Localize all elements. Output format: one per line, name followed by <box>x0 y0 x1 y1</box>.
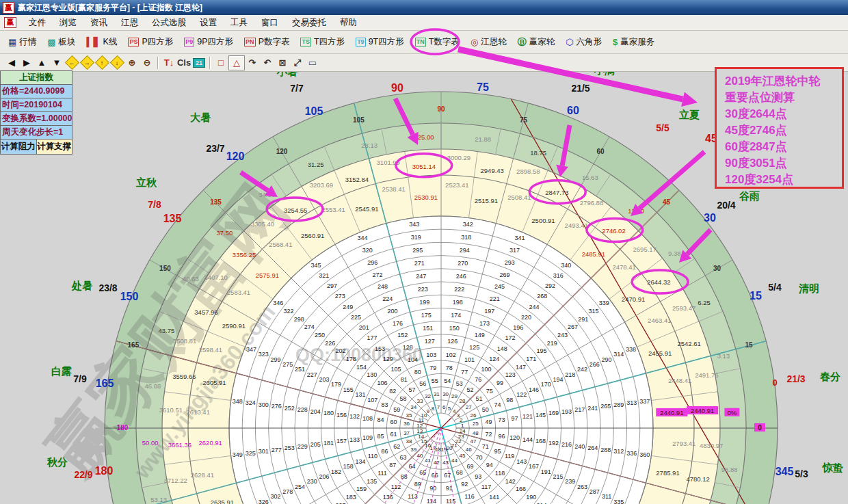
svg-text:346: 346 <box>273 300 283 306</box>
menu-item[interactable]: 浏览 <box>53 16 83 29</box>
menu-item[interactable]: 窗口 <box>254 16 285 29</box>
svg-text:117: 117 <box>481 483 491 490</box>
svg-text:263: 263 <box>577 483 587 490</box>
svg-text:93: 93 <box>475 473 481 480</box>
svg-text:2545.91: 2545.91 <box>355 205 378 213</box>
svg-text:28.13: 28.13 <box>361 142 377 149</box>
svg-text:343: 343 <box>409 221 419 228</box>
svg-text:103: 103 <box>426 352 436 358</box>
menu-item[interactable]: 帮助 <box>333 16 364 29</box>
rotate-cw-button[interactable]: ↷ <box>245 56 260 70</box>
svg-text:44: 44 <box>451 457 458 464</box>
shift-down-button[interactable]: ↓ <box>109 56 124 70</box>
svg-text:27: 27 <box>466 404 472 410</box>
svg-text:158: 158 <box>343 463 354 470</box>
menu-item[interactable]: 交易委托 <box>285 16 333 29</box>
screen-button[interactable]: ▭ <box>305 56 320 70</box>
down-button[interactable]: ▼ <box>49 56 64 70</box>
svg-text:248: 248 <box>377 283 388 290</box>
svg-text:101: 101 <box>464 356 475 363</box>
svg-text:2628.41: 2628.41 <box>191 471 214 479</box>
svg-text:226: 226 <box>325 340 335 347</box>
sectors-button[interactable]: ▩板块 <box>42 34 81 50</box>
svg-text:345: 345 <box>776 466 794 477</box>
square-tool-button[interactable]: □ <box>213 56 228 70</box>
menu-item[interactable]: 公式选股 <box>145 16 193 29</box>
svg-text:223: 223 <box>418 286 428 293</box>
svg-text:197: 197 <box>484 308 494 315</box>
svg-text:49: 49 <box>485 419 492 425</box>
svg-text:242: 242 <box>577 366 587 373</box>
svg-text:107: 107 <box>367 397 377 403</box>
zoom-out-button[interactable]: ⊖ <box>140 56 155 70</box>
9t-square-button[interactable]: T99T四方形 <box>350 34 410 50</box>
menu-item[interactable]: 文件 <box>22 16 53 29</box>
info-row: 周天变化步长=1 <box>0 126 72 140</box>
svg-text:7/9: 7/9 <box>73 373 87 384</box>
shift-left-button[interactable]: ← <box>64 56 79 70</box>
svg-text:74: 74 <box>494 401 501 408</box>
svg-text:2949.43: 2949.43 <box>481 167 504 174</box>
svg-text:347: 347 <box>246 346 256 353</box>
delete-box-button[interactable]: ⊠ <box>275 56 290 70</box>
zoom-in-button[interactable]: ⊕ <box>124 56 140 70</box>
toolbar-button-label: 江恩轮 <box>481 36 507 48</box>
rotate-ccw-button[interactable]: ↶ <box>260 56 275 70</box>
svg-text:200: 200 <box>388 308 398 315</box>
svg-text:2493.41: 2493.41 <box>565 222 588 229</box>
svg-text:2796.88: 2796.88 <box>580 199 603 207</box>
prev-button[interactable]: ◀ <box>4 56 19 70</box>
svg-text:3712.22: 3712.22 <box>163 477 187 484</box>
svg-text:166: 166 <box>516 486 526 492</box>
shift-right-button[interactable]: → <box>79 56 94 70</box>
svg-text:202: 202 <box>336 347 346 354</box>
svg-text:313: 313 <box>626 399 637 406</box>
svg-text:32: 32 <box>425 393 431 399</box>
next-button[interactable]: ▶ <box>19 56 34 70</box>
calc-support-button[interactable]: 计算支撑 <box>36 140 73 155</box>
up-button[interactable]: ▲ <box>34 56 49 70</box>
svg-text:115: 115 <box>446 498 455 504</box>
svg-text:90: 90 <box>391 82 403 94</box>
menu-item[interactable]: 资讯 <box>83 16 114 29</box>
gann-wheel-button[interactable]: ◎江恩轮 <box>465 34 512 50</box>
svg-text:2440.91: 2440.91 <box>660 409 683 416</box>
svg-text:21/5: 21/5 <box>571 83 589 94</box>
svg-text:122: 122 <box>516 391 527 398</box>
svg-text:319: 319 <box>411 234 421 241</box>
t-square-button[interactable]: TST四方形 <box>295 34 350 50</box>
calc-resistance-button[interactable]: 计算阻力 <box>0 140 36 155</box>
p-table-button[interactable]: PNP数字表 <box>239 34 295 50</box>
svg-text:180: 180 <box>95 465 114 477</box>
svg-text:243: 243 <box>557 332 568 339</box>
hexagon-icon: ⬡ <box>566 37 573 47</box>
triangle-tool-button[interactable]: △ <box>228 55 245 70</box>
svg-text:240: 240 <box>574 443 585 450</box>
winner-service-button[interactable]: $赢家服务 <box>607 34 660 50</box>
fit-button[interactable]: ⤢ <box>290 56 305 70</box>
svg-text:15.63: 15.63 <box>582 174 598 181</box>
shift-up-button[interactable]: ↑ <box>94 56 109 70</box>
p-square-button[interactable]: PSP四方形 <box>122 34 178 50</box>
range-button[interactable]: T↓ <box>161 56 176 70</box>
svg-text:71: 71 <box>482 443 489 450</box>
toolbar-separator <box>209 57 211 69</box>
menu-item[interactable]: 设置 <box>193 16 224 29</box>
calendar-button[interactable]: 21 <box>191 56 207 70</box>
svg-text:5/5: 5/5 <box>656 122 670 133</box>
t-table-button[interactable]: TNT数字表 <box>410 34 465 50</box>
menu-item[interactable]: 工具 <box>224 16 254 29</box>
svg-text:119: 119 <box>505 453 514 460</box>
svg-text:43: 43 <box>442 460 449 466</box>
cls-button[interactable]: Cls <box>176 56 191 70</box>
svg-text:295: 295 <box>412 247 423 254</box>
quotes-button[interactable]: ▦行情 <box>3 34 42 50</box>
9p-square-button[interactable]: P99P四方形 <box>178 34 239 50</box>
svg-text:229: 229 <box>297 443 308 450</box>
diamond-arrow-icon: ↑ <box>94 55 109 70</box>
kline-button[interactable]: ▍▋K线 <box>81 34 123 50</box>
hexagon-button[interactable]: ⬡六角形 <box>560 34 607 50</box>
menu-item[interactable]: 江恩 <box>114 16 145 29</box>
winner-wheel-button[interactable]: Ⓑ赢家轮 <box>512 34 561 51</box>
svg-text:43.75: 43.75 <box>159 327 175 334</box>
